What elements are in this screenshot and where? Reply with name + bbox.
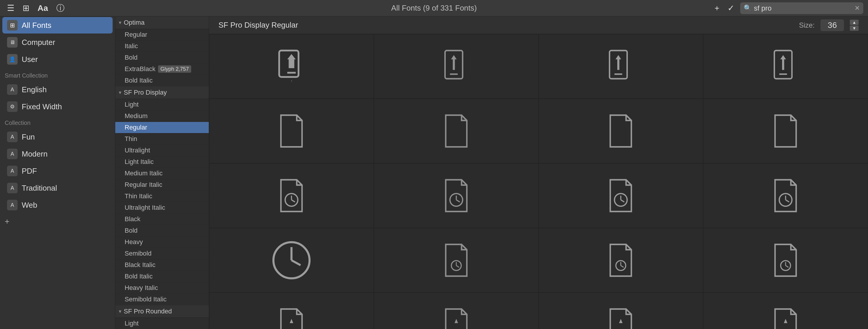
preview-cell-6[interactable] [374, 99, 539, 163]
glyph-tooltip: Glyph 2,757 [158, 65, 191, 73]
collapse-arrow-sf-pro-rounded: ▾ [119, 308, 121, 314]
preview-cell-16[interactable] [703, 228, 868, 293]
section-header-collection: Collection [0, 115, 115, 128]
grid-icon: ⊞ [23, 3, 29, 13]
sidebar-add-collection-button[interactable]: + [5, 217, 9, 226]
all-fonts-icon: ⊞ [7, 20, 18, 31]
sidebar-item-fixed-width[interactable]: ⚙ Fixed Width [2, 99, 113, 115]
font-face-sf-pro-display-bold[interactable]: Bold [115, 225, 209, 237]
preview-cell-20[interactable] [703, 293, 868, 329]
sidebar-item-computer[interactable]: 🖥 Computer [2, 34, 113, 51]
document-upload-icon-3 [606, 307, 636, 329]
sidebar-item-user[interactable]: 👤 User [2, 51, 113, 67]
font-face-sf-pro-display-ultralight[interactable]: Ultralight [115, 145, 209, 156]
sidebar-item-traditional[interactable]: A Traditional [2, 180, 113, 196]
sidebar-item-pdf[interactable]: A PDF [2, 163, 113, 179]
preview-cell-18[interactable] [374, 293, 539, 329]
sidebar-item-label-fun: Fun [22, 133, 108, 142]
font-face-sf-pro-display-black[interactable]: Black [115, 214, 209, 225]
font-list-panel: ▾ Optima Regular Italic Bold ExtraBlack … [115, 17, 209, 329]
sidebar-item-label-traditional: Traditional [22, 184, 108, 193]
font-face-sf-pro-display-semibold-italic[interactable]: Semibold Italic [115, 294, 209, 305]
size-decrement-button[interactable]: ▼ [850, 26, 859, 31]
preview-cell-3[interactable] [539, 34, 704, 99]
preview-grid: ↑ [209, 34, 868, 329]
preview-cell-9[interactable] [209, 163, 374, 228]
size-label: Size: [799, 21, 815, 29]
preview-cell-10[interactable] [374, 163, 539, 228]
font-face-sf-pro-display-light[interactable]: Light [115, 99, 209, 110]
font-face-sf-pro-display-regular[interactable]: Regular [115, 122, 209, 133]
font-face-sf-pro-display-semibold[interactable]: Semibold [115, 248, 209, 259]
sidebar-item-fun[interactable]: A Fun [2, 129, 113, 145]
font-face-sf-pro-display-regular-italic[interactable]: Regular Italic [115, 179, 209, 191]
font-family-header-sf-pro-rounded[interactable]: ▾ SF Pro Rounded [115, 305, 209, 318]
font-face-sf-pro-display-light-italic[interactable]: Light Italic [115, 156, 209, 168]
aa-button[interactable]: Aa [35, 2, 51, 14]
preview-cell-12[interactable] [703, 163, 868, 228]
upload-icon-4 [771, 49, 800, 84]
add-font-button[interactable]: + [712, 2, 722, 14]
font-face-optima-regular[interactable]: Regular [115, 29, 209, 40]
clear-search-button[interactable]: ✕ [855, 4, 860, 12]
preview-cell-14[interactable] [374, 228, 539, 293]
font-face-sf-pro-display-heavy-italic[interactable]: Heavy Italic [115, 282, 209, 294]
toolbar-right: + ✓ 🔍 ✕ [712, 2, 863, 14]
sidebar-item-web[interactable]: A Web [2, 197, 113, 213]
font-face-sf-pro-display-thin[interactable]: Thin [115, 133, 209, 145]
preview-cell-15[interactable] [539, 228, 704, 293]
font-family-header-sf-pro-display[interactable]: ▾ SF Pro Display [115, 86, 209, 99]
collapse-arrow-optima: ▾ [119, 19, 121, 26]
font-family-name-optima: Optima [124, 19, 145, 26]
preview-cell-4[interactable] [703, 34, 868, 99]
sidebar-item-modern[interactable]: A Modern [2, 146, 113, 162]
font-face-sf-pro-display-ultralight-italic[interactable]: Ultralight Italic [115, 202, 209, 214]
toolbar: ☰ ⊞ Aa ⓘ All Fonts (9 of 331 Fonts) + ✓ … [0, 0, 868, 17]
preview-cell-8[interactable] [703, 99, 868, 163]
document-small-clock-icon-2 [606, 243, 636, 278]
font-face-sf-pro-display-medium[interactable]: Medium [115, 110, 209, 122]
font-face-optima-extrablack[interactable]: ExtraBlack Glyph 2,757 [115, 63, 209, 75]
preview-cell-2[interactable] [374, 34, 539, 99]
font-face-optima-bold[interactable]: Bold [115, 52, 209, 63]
preview-cell-13[interactable] [209, 228, 374, 293]
font-face-sf-pro-display-thin-italic[interactable]: Thin Italic [115, 191, 209, 202]
check-button[interactable]: ✓ [725, 2, 737, 14]
preview-cell-1[interactable]: ↑ [209, 34, 374, 99]
font-face-sf-pro-display-bold-italic[interactable]: Bold Italic [115, 271, 209, 282]
check-icon: ✓ [727, 3, 734, 13]
font-face-sf-pro-rounded-light[interactable]: Light [115, 318, 209, 329]
preview-cell-11[interactable] [539, 163, 704, 228]
document-clock-icon-1 [277, 178, 306, 213]
font-face-sf-pro-display-heavy[interactable]: Heavy [115, 237, 209, 248]
search-input[interactable] [754, 4, 852, 12]
svg-line-15 [456, 200, 460, 202]
font-face-optima-italic[interactable]: Italic [115, 40, 209, 52]
document-icon-3 [606, 113, 636, 148]
preview-cell-19[interactable] [539, 293, 704, 329]
document-small-clock-icon-1 [442, 243, 471, 278]
preview-cell-17[interactable] [209, 293, 374, 329]
size-stepper: ▲ ▼ [850, 20, 859, 31]
font-face-optima-bold-italic[interactable]: Bold Italic [115, 75, 209, 86]
preview-cell-5[interactable] [209, 99, 374, 163]
sidebar-item-label-english: English [22, 85, 108, 94]
document-clock-icon-3 [606, 178, 636, 213]
font-family-header-optima[interactable]: ▾ Optima [115, 17, 209, 29]
section-header-smart-collection: Smart Collection [0, 68, 115, 81]
toolbar-left: ☰ ⊞ Aa ⓘ [5, 1, 67, 15]
document-icon-4 [771, 113, 800, 148]
document-clock-icon-2 [442, 178, 471, 213]
collapse-arrow-sf-pro-display: ▾ [119, 89, 121, 96]
size-input[interactable] [820, 19, 844, 31]
grid-view-button[interactable]: ⊞ [20, 2, 32, 14]
preview-cell-7[interactable] [539, 99, 704, 163]
size-increment-button[interactable]: ▲ [850, 20, 859, 25]
sidebar-item-english[interactable]: A English [2, 81, 113, 98]
sidebar-item-all-fonts[interactable]: ⊞ All Fonts [2, 17, 113, 33]
info-button[interactable]: ⓘ [54, 1, 67, 15]
font-face-sf-pro-display-medium-italic[interactable]: Medium Italic [115, 168, 209, 179]
font-face-sf-pro-display-black-italic[interactable]: Black Italic [115, 259, 209, 271]
svg-line-27 [456, 266, 459, 267]
sidebar-toggle-button[interactable]: ☰ [5, 2, 17, 14]
